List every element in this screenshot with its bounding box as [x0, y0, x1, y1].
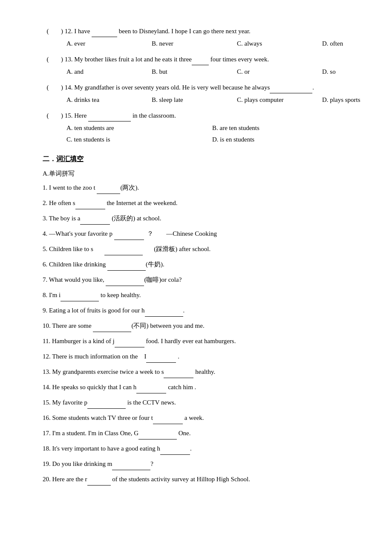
q13-optD: D. so: [322, 66, 390, 78]
fill-15: 15. My favorite p is the CCTV news.: [43, 396, 358, 409]
fill-16: 16. Some students watch TV three or four…: [43, 411, 358, 424]
fill-17: 17. I'm a student. I'm in Class One, G O…: [43, 427, 358, 439]
fill-11: 11. Hamburger is a kind of j food. I har…: [43, 335, 358, 347]
fill-8: 8. I'm i to keep healthy.: [43, 289, 358, 301]
fill-19: 19. Do you like drinking m?: [43, 457, 358, 470]
q13-optB: B. but: [152, 66, 220, 78]
q15-text: ) 15. Here in the classroom.: [55, 110, 176, 121]
q12-text: ) 12. I have been to Disneyland. I hope …: [55, 26, 251, 37]
q14-optC: C. plays computer: [237, 94, 305, 106]
fill-4: 4. —What's your favorite p ？ —Chinese Co…: [43, 227, 358, 240]
q14-optD: D. plays sports: [322, 94, 390, 106]
q15-optD: D. is en students: [212, 134, 358, 145]
question-12: ( ) 12. I have been to Disneyland. I hop…: [43, 26, 358, 49]
q14-paren: (: [43, 82, 53, 93]
question-15: ( ) 15. Here in the classroom. A. ten st…: [43, 110, 358, 145]
q15-optC: C. ten students is: [66, 134, 212, 145]
fill-2: 2. He often s the Internet at the weeken…: [43, 197, 358, 209]
fill-13: 13. My grandparents exercise twice a wee…: [43, 365, 358, 378]
q12-paren: (: [43, 26, 53, 37]
fill-5: 5. Children like to s (踩滑板) after school…: [43, 243, 358, 255]
question-13: ( ) 13. My brother likes fruit a lot and…: [43, 54, 358, 78]
q13-paren: (: [43, 54, 53, 65]
q14-optA: A. drinks tea: [66, 94, 135, 106]
fill-14: 14. He speaks so quickly that I can h ca…: [43, 381, 358, 393]
q13-optA: A. and: [66, 66, 135, 78]
q14-optB: B. sleep late: [152, 94, 220, 106]
fill-18: 18. It's very important to have a good e…: [43, 442, 358, 455]
q13-text: ) 13. My brother likes fruit a lot and h…: [55, 54, 269, 65]
q12-optB: B. never: [152, 38, 220, 49]
q15-optA: A. ten students are: [66, 122, 212, 134]
q15-optB: B. are ten students: [212, 122, 358, 134]
fill-3: 3. The boy is a (活跃的) at school.: [43, 212, 358, 225]
q13-optC: C. or: [237, 66, 305, 78]
q12-optD: D. often: [322, 38, 390, 49]
fill-20: 20. Here are the r of the students activ…: [43, 473, 358, 486]
fill-7: 7. What would you like, (咖啡)or cola?: [43, 273, 358, 286]
section2-title: 二．词汇填空: [43, 153, 358, 165]
q15-paren: (: [43, 110, 53, 121]
question-14: ( ) 14. My grandfather is over seventy y…: [43, 82, 358, 106]
sub-title-a: A.单词拼写: [43, 168, 358, 179]
q14-text: ) 14. My grandfather is over seventy yea…: [55, 82, 314, 93]
q12-optC: C. always: [237, 38, 305, 49]
fill-6: 6. Children like drinking (牛奶).: [43, 258, 358, 271]
fill-9: 9. Eating a lot of fruits is good for ou…: [43, 304, 358, 317]
fill-10: 10. There are some (不同) between you and …: [43, 319, 358, 332]
fill-12: 12. There is much information on the I .: [43, 350, 358, 363]
q12-optA: A. ever: [66, 38, 135, 49]
fill-1: 1. I went to the zoo t (两次).: [43, 181, 358, 194]
